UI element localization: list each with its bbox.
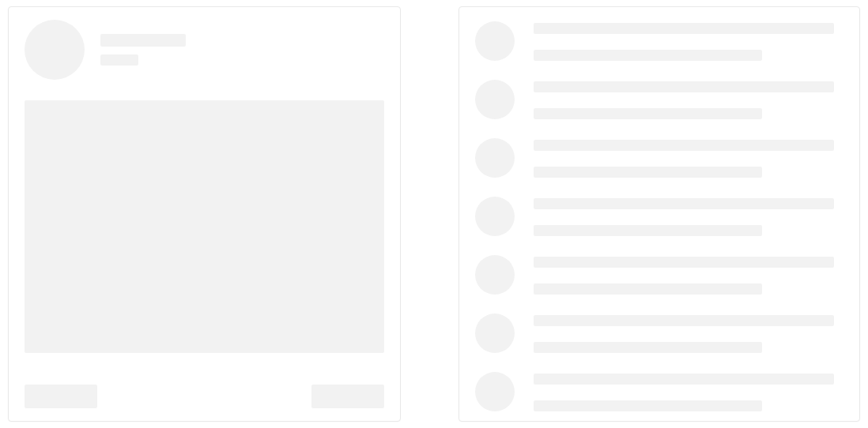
list-item <box>475 313 835 353</box>
line-placeholder <box>534 374 835 385</box>
avatar-placeholder <box>475 197 515 236</box>
list-item <box>475 372 835 411</box>
line-placeholder <box>534 108 762 119</box>
line-placeholder <box>534 140 835 151</box>
footer-right-placeholder <box>311 385 384 408</box>
line-placeholder <box>534 342 762 353</box>
line-placeholder <box>534 257 835 268</box>
line-placeholder <box>534 315 835 326</box>
list-item-lines <box>534 255 835 295</box>
list-item <box>475 138 835 178</box>
list-item-lines <box>534 138 835 178</box>
avatar-placeholder <box>475 313 515 353</box>
post-skeleton-card <box>8 6 401 422</box>
post-footer <box>25 385 384 408</box>
list-item-lines <box>534 21 835 61</box>
avatar-placeholder <box>25 20 85 80</box>
line-placeholder <box>534 400 762 411</box>
post-header <box>25 20 384 80</box>
list-item <box>475 21 835 61</box>
title-placeholder <box>100 34 186 47</box>
subtitle-placeholder <box>100 54 138 66</box>
line-placeholder <box>534 81 835 92</box>
post-header-text <box>100 34 186 66</box>
line-placeholder <box>534 167 762 178</box>
list-item-lines <box>534 313 835 353</box>
media-placeholder <box>25 100 384 353</box>
list-item-lines <box>534 80 835 119</box>
avatar-placeholder <box>475 372 515 411</box>
avatar-placeholder <box>475 255 515 295</box>
list-item <box>475 197 835 236</box>
avatar-placeholder <box>475 138 515 178</box>
line-placeholder <box>534 198 835 209</box>
avatar-placeholder <box>475 21 515 61</box>
list-item <box>475 255 835 295</box>
list-item <box>475 80 835 119</box>
avatar-placeholder <box>475 80 515 119</box>
line-placeholder <box>534 23 835 34</box>
line-placeholder <box>534 283 762 295</box>
list-item-lines <box>534 372 835 411</box>
footer-left-placeholder <box>25 385 97 408</box>
list-skeleton-card <box>459 6 861 422</box>
list-item-lines <box>534 197 835 236</box>
line-placeholder <box>534 225 762 236</box>
line-placeholder <box>534 50 762 61</box>
